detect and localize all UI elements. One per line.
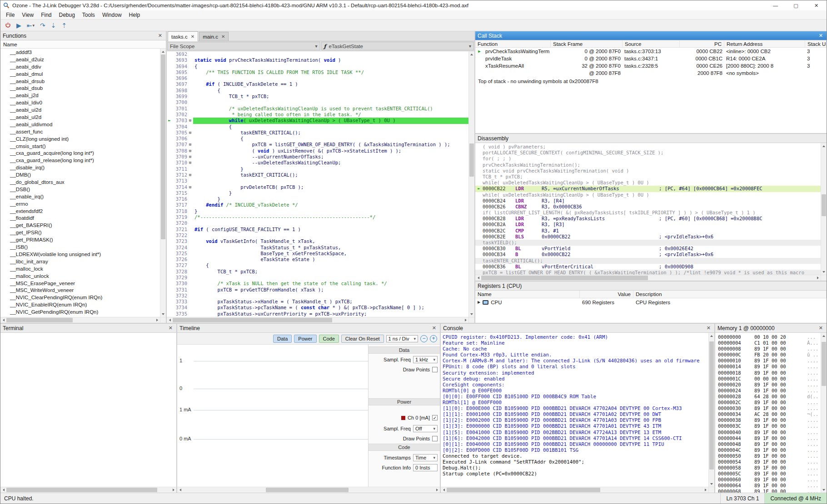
- expand-box-icon[interactable]: ⊞: [187, 184, 193, 190]
- function-item[interactable]: __get_IPSR(): [0, 229, 160, 237]
- function-item[interactable]: __NVIC_EnableIRQ(enum IRQn): [0, 301, 160, 309]
- code-text[interactable]: --uxCurrentNumberOfTasks;: [193, 154, 468, 160]
- close-icon[interactable]: ✕: [221, 34, 225, 39]
- scroll-right-icon[interactable]: [463, 317, 468, 323]
- column-value[interactable]: Value: [580, 291, 633, 298]
- disassembly-line[interactable]: prvCheckTasksWaitingTermination();: [475, 162, 821, 168]
- code-line[interactable]: 3718}: [167, 208, 468, 214]
- symbol-combo[interactable]: ƒ eTaskGetState ▾: [321, 42, 474, 50]
- disassembly-line[interactable]: 0000CB30BLvPortYield; 0x00026E42: [475, 246, 821, 252]
- code-text[interactable]: #if ( configUSE_TRACE_FACILITY == 1 ): [193, 227, 468, 232]
- reset-icon[interactable]: ⇤▾: [27, 22, 35, 29]
- code-line[interactable]: 3728 TCB_t * pxTCB;: [167, 269, 468, 275]
- step-into-icon[interactable]: ⇣: [51, 22, 56, 29]
- code-text[interactable]: }: [193, 196, 468, 202]
- column-return-address[interactable]: Return Address: [724, 40, 805, 47]
- code-text[interactable]: TCB_t * pxTCB;: [193, 94, 468, 99]
- disassembly-line[interactable]: for( ; ; ): [475, 156, 821, 162]
- code-text[interactable]: {: [193, 88, 468, 94]
- line-number[interactable]: 3696: [172, 75, 187, 81]
- disassembly-line[interactable]: taskENTER_CRITICAL();: [475, 258, 821, 264]
- timeline-code-toggle[interactable]: Code: [319, 335, 339, 343]
- code-line[interactable]: 3714⊞ prvDeleteTCB( pxTCB );: [167, 184, 468, 190]
- expand-box-icon[interactable]: ⊞: [187, 118, 193, 124]
- disassembly-line[interactable]: 0000CB28LDRR3, =pxReadyTasksLists; [PC, …: [475, 216, 821, 222]
- data-draw-points-checkbox[interactable]: [432, 367, 438, 372]
- scroll-thumb[interactable]: [173, 318, 332, 322]
- memory-row[interactable]: 0000005489 1F 00 00....: [718, 459, 821, 465]
- code-line[interactable]: 3693static void prvCheckTasksWaitingTerm…: [167, 57, 468, 63]
- column-pc[interactable]: PC: [680, 40, 724, 47]
- memory-row[interactable]: 0000005889 1F 00 00....: [718, 465, 821, 471]
- menu-file[interactable]: File: [2, 11, 18, 19]
- code-text[interactable]: }: [193, 208, 468, 214]
- menu-view[interactable]: View: [18, 11, 37, 19]
- memory-row[interactable]: 0000004C89 1F 00 00....: [718, 447, 821, 453]
- line-number[interactable]: 3694: [172, 64, 187, 69]
- disassembly-line[interactable]: ( void ) pvParameters;: [475, 144, 821, 150]
- scroll-thumb[interactable]: [822, 194, 826, 216]
- line-number[interactable]: 3719: [172, 214, 187, 220]
- code-line[interactable]: 3725 BaseType_t xGetFreeStackSpace,: [167, 251, 468, 257]
- memory-row[interactable]: 0000001489 1F 00 00....: [718, 364, 821, 370]
- timeline-data-toggle[interactable]: Data: [273, 335, 292, 343]
- close-icon[interactable]: ✕: [817, 33, 824, 39]
- line-number[interactable]: 3715: [172, 190, 187, 196]
- expand-box-icon[interactable]: ⊞: [187, 172, 193, 178]
- line-number[interactable]: 3693: [172, 57, 187, 63]
- expand-box-icon[interactable]: ⊞: [187, 148, 193, 154]
- function-item[interactable]: __disable_irq(): [0, 164, 160, 172]
- disassembly-line[interactable]: 0000CB2CCMPR3, #1: [475, 228, 821, 234]
- code-line[interactable]: 3731 pxTCB = prvGetTCBFromHandle( xTask …: [167, 287, 468, 293]
- function-item[interactable]: __assert_func: [0, 128, 160, 136]
- scroll-thumb[interactable]: [822, 342, 826, 386]
- code-text[interactable]: /* uxDeletedTasksWaitingCleanUp is used …: [193, 106, 468, 112]
- scroll-up-icon[interactable]: [821, 333, 827, 339]
- line-number[interactable]: 3727: [172, 262, 187, 268]
- function-item[interactable]: __aeabi_dmul: [0, 71, 160, 78]
- scroll-up-icon[interactable]: [160, 49, 166, 54]
- code-line[interactable]: 3732: [167, 293, 468, 299]
- code-line[interactable]: 3720: [167, 220, 468, 226]
- scroll-thumb[interactable]: [266, 488, 349, 492]
- callstack-row[interactable]: @ 2000 87F8 2000 87F8 <no symbols>: [475, 69, 827, 77]
- scroll-track[interactable]: [821, 339, 827, 487]
- code-line[interactable]: 3702 * being called too often in the idl…: [167, 112, 468, 118]
- code-line[interactable]: ►3703⊞ while( uxDeletedTasksWaitingClean…: [167, 118, 468, 124]
- function-item[interactable]: __extendsfdf2: [0, 208, 160, 215]
- power-icon[interactable]: [5, 22, 11, 28]
- scroll-down-icon[interactable]: [709, 481, 714, 487]
- console-lines[interactable]: CPUID register: 0x410FD213. Implementer …: [441, 333, 708, 487]
- scroll-left-icon[interactable]: [441, 487, 447, 493]
- function-item[interactable]: __cmsis_start(): [0, 143, 160, 150]
- step-over-icon[interactable]: ↷: [40, 22, 45, 29]
- maximize-button[interactable]: ▢: [786, 0, 806, 10]
- scroll-track[interactable]: [160, 54, 166, 311]
- code-line[interactable]: 3701 /* uxDeletedTasksWaitingCleanUp is …: [167, 106, 468, 112]
- line-number[interactable]: 3712: [172, 172, 187, 178]
- function-item[interactable]: __LDREXW(volatile long unsigned int*): [0, 251, 160, 258]
- code-text[interactable]: TCB_t * pxTCB;: [193, 269, 468, 275]
- scroll-left-icon[interactable]: [177, 487, 183, 493]
- disassembly-line[interactable]: 0000CB36BLvPortEnterCritical; 0x0000D908: [475, 264, 821, 270]
- file-scope-combo[interactable]: File Scope ▾: [167, 42, 320, 50]
- scroll-down-icon[interactable]: [821, 487, 827, 493]
- disassembly-line[interactable]: TCB_t * pxTCB;: [475, 174, 821, 180]
- disassembly-line[interactable]: taskYIELD();: [475, 240, 821, 246]
- code-text[interactable]: pxTaskStatus->pcTaskName = ( const char …: [193, 305, 468, 311]
- line-number[interactable]: 3692: [172, 51, 187, 57]
- scroll-track[interactable]: [481, 275, 815, 281]
- scroll-left-icon[interactable]: [0, 487, 6, 493]
- scroll-track[interactable]: [6, 317, 154, 323]
- functions-vscrollbar[interactable]: [160, 49, 166, 317]
- editor-hscrollbar[interactable]: [167, 317, 468, 323]
- code-line[interactable]: 3716 }: [167, 196, 468, 202]
- function-item[interactable]: __adddf3: [0, 49, 160, 56]
- code-text[interactable]: pxTaskStatus->xHandle = ( TaskHandle_t )…: [193, 299, 468, 305]
- line-number[interactable]: 3697: [172, 81, 187, 87]
- minimize-button[interactable]: —: [765, 0, 786, 10]
- code-text[interactable]: [193, 232, 468, 238]
- code-text[interactable]: eTaskState eState ): [193, 257, 468, 262]
- disassembly-hscrollbar[interactable]: [475, 275, 821, 281]
- code-text[interactable]: [193, 51, 468, 57]
